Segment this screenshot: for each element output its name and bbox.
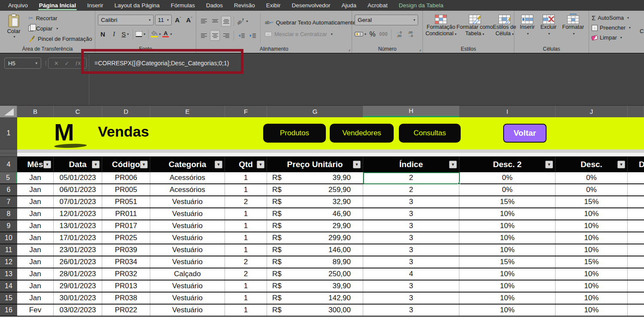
cell[interactable]: R$299,90: [267, 232, 363, 244]
filter-button[interactable]: ▼: [617, 161, 625, 168]
cell[interactable]: R$250,00: [267, 268, 363, 280]
format-cells-button[interactable]: Formatar ▾: [562, 13, 584, 37]
column-header-partial[interactable]: [628, 106, 644, 117]
cell[interactable]: Jan: [17, 208, 54, 219]
row-header-2[interactable]: [0, 149, 17, 153]
menu-tab-ajuda[interactable]: Ajuda: [336, 0, 362, 11]
cell[interactable]: Vestuário: [150, 293, 225, 304]
cell[interactable]: 1: [225, 280, 267, 292]
cell[interactable]: [628, 256, 644, 268]
borders-button[interactable]: ▾: [136, 29, 146, 40]
cell[interactable]: 15%: [556, 256, 628, 268]
cell[interactable]: 10%: [459, 293, 556, 304]
cell[interactable]: 07/01/2023: [54, 196, 102, 207]
cell[interactable]: 10%: [459, 244, 556, 256]
cell[interactable]: 2: [225, 268, 267, 280]
orientation-button[interactable]: ab↗▾: [237, 16, 248, 27]
align-center-button[interactable]: [210, 30, 220, 41]
cell[interactable]: 10%: [556, 280, 628, 292]
cell[interactable]: 23/01/2023: [54, 244, 102, 256]
cell[interactable]: Vestuário: [150, 196, 225, 207]
font-size-select[interactable]: 11▾: [155, 15, 172, 25]
row-header-5[interactable]: 5: [0, 172, 17, 183]
row-header-8[interactable]: 8: [0, 208, 17, 219]
decrease-font-button[interactable]: Aˇ: [184, 15, 194, 25]
cell[interactable]: 0%: [556, 172, 628, 183]
decrease-indent-button[interactable]: [237, 30, 246, 41]
cell[interactable]: 1: [225, 184, 267, 195]
filter-button[interactable]: ▼: [215, 161, 222, 168]
fill-color-button[interactable]: ▾: [151, 29, 161, 40]
wrap-text-button[interactable]: ab↩Quebrar Texto Automaticamente: [265, 19, 356, 26]
filter-button[interactable]: ▼: [257, 161, 264, 168]
cell[interactable]: 06/01/2023: [54, 184, 102, 195]
menu-tab-arquivo[interactable]: Arquivo: [3, 0, 33, 11]
cell[interactable]: Calçado: [150, 268, 225, 280]
cell[interactable]: 15%: [459, 256, 556, 268]
format-painter-button[interactable]: Pincel de Formatação: [28, 34, 92, 43]
cell[interactable]: 30/01/2023: [54, 293, 102, 304]
filter-button[interactable]: ▼: [43, 161, 51, 168]
cell[interactable]: 10%: [459, 208, 556, 219]
cell[interactable]: 03/02/2023: [54, 305, 102, 316]
cell[interactable]: 1: [225, 220, 267, 232]
menu-tab-revisao[interactable]: Revisão: [228, 0, 261, 11]
cell[interactable]: 10%: [459, 268, 556, 280]
cell[interactable]: 3: [363, 208, 459, 219]
cell[interactable]: 29/01/2023: [54, 280, 102, 292]
cell[interactable]: R$142,90: [267, 293, 363, 304]
cell[interactable]: 15%: [556, 196, 628, 207]
paste-button[interactable]: Colar ▾: [3, 13, 25, 44]
row-header-16[interactable]: 16: [0, 305, 17, 316]
cell[interactable]: 10%: [556, 244, 628, 256]
menu-tab-pagina-inicial[interactable]: Página Inicial: [33, 0, 82, 11]
cell[interactable]: PR006: [102, 172, 150, 183]
cell[interactable]: Vestuário: [150, 232, 225, 244]
menu-tab-dados[interactable]: Dados: [200, 0, 228, 11]
cell[interactable]: Vestuário: [150, 305, 225, 316]
italic-button[interactable]: I: [109, 29, 119, 40]
cell[interactable]: 10%: [556, 232, 628, 244]
font-family-select[interactable]: Calibri▾: [98, 15, 154, 25]
insert-cells-button[interactable]: Inserir ▾: [520, 13, 535, 37]
cell[interactable]: PR051: [102, 196, 150, 207]
cell[interactable]: R$46,90: [267, 208, 363, 219]
cell[interactable]: 17/01/2023: [54, 232, 102, 244]
cell[interactable]: 10%: [459, 305, 556, 316]
align-right-button[interactable]: [221, 30, 231, 41]
cell[interactable]: R$146,00: [267, 244, 363, 256]
cell[interactable]: Jan: [17, 293, 54, 304]
cell[interactable]: 10%: [556, 305, 628, 316]
cell[interactable]: Jan: [17, 268, 54, 280]
cell[interactable]: 3: [363, 293, 459, 304]
font-color-button[interactable]: A▾: [162, 29, 172, 40]
nav-button-consultas[interactable]: Consultas: [399, 124, 461, 143]
cell[interactable]: Jan: [17, 280, 54, 292]
cell[interactable]: R$39,90: [267, 172, 363, 183]
filter-button[interactable]: ▼: [140, 161, 148, 168]
cell[interactable]: [628, 172, 644, 183]
cell[interactable]: 12/01/2023: [54, 208, 102, 219]
cell[interactable]: [628, 196, 644, 207]
copy-button[interactable]: Copiar▾: [28, 24, 92, 33]
accounting-format-button[interactable]: ▾: [355, 29, 366, 40]
cell[interactable]: Jan: [17, 232, 54, 244]
filter-button[interactable]: ▼: [545, 161, 553, 168]
cell[interactable]: 10%: [459, 280, 556, 292]
column-header-f[interactable]: F: [225, 106, 267, 117]
cell[interactable]: 10%: [556, 220, 628, 232]
cell[interactable]: Jan: [17, 244, 54, 256]
cell[interactable]: 10%: [556, 208, 628, 219]
cell[interactable]: 4: [363, 268, 459, 280]
cell[interactable]: [628, 232, 644, 244]
cell[interactable]: R$259,90: [267, 184, 363, 195]
cell[interactable]: [628, 280, 644, 292]
cell[interactable]: 0%: [459, 172, 556, 183]
cell[interactable]: 3: [363, 305, 459, 316]
cell[interactable]: Vestuário: [150, 280, 225, 292]
cell[interactable]: R$39,90: [267, 280, 363, 292]
row-header-7[interactable]: 7: [0, 196, 17, 207]
filter-button[interactable]: ▼: [353, 161, 361, 168]
cell[interactable]: [628, 293, 644, 304]
cell[interactable]: Jan: [17, 184, 54, 195]
